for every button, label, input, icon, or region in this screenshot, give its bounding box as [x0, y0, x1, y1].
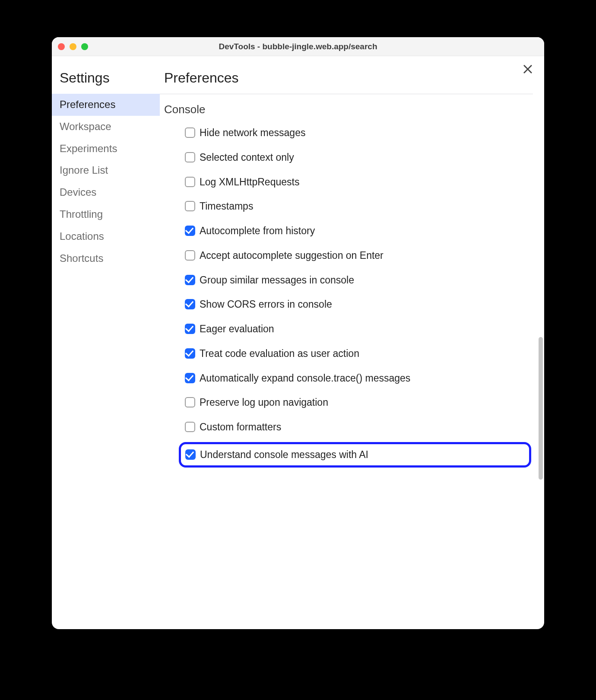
sidebar-item-workspace[interactable]: Workspace: [52, 116, 160, 138]
checkbox-autocomplete-from-history[interactable]: [185, 226, 195, 236]
option-row: Group similar messages in console: [185, 268, 529, 293]
checkbox-timestamps[interactable]: [185, 201, 195, 211]
option-row: Preserve log upon navigation: [185, 390, 529, 415]
checkbox-automatically-expand-console-trace-messages[interactable]: [185, 373, 195, 383]
option-label[interactable]: Preserve log upon navigation: [200, 396, 529, 409]
traffic-lights: [58, 43, 88, 50]
checkbox-custom-formatters[interactable]: [185, 422, 195, 432]
scrollbar-thumb[interactable]: [539, 337, 543, 480]
option-row: Autocomplete from history: [185, 219, 529, 243]
checkbox-accept-autocomplete-suggestion-on-enter[interactable]: [185, 250, 195, 261]
option-label[interactable]: Group similar messages in console: [200, 274, 529, 286]
option-row: Automatically expand console.trace() mes…: [185, 366, 529, 391]
page-title: Preferences: [160, 67, 533, 94]
checkbox-eager-evaluation[interactable]: [185, 324, 195, 334]
option-row: Log XMLHttpRequests: [185, 170, 529, 194]
settings-body: Settings PreferencesWorkspaceExperiments…: [52, 56, 544, 629]
option-label[interactable]: Selected context only: [200, 151, 529, 164]
checkbox-understand-console-messages-with-ai[interactable]: [185, 449, 196, 460]
section-header: Console: [160, 103, 533, 121]
sidebar-item-devices[interactable]: Devices: [52, 181, 160, 204]
option-label[interactable]: Hide network messages: [200, 127, 529, 139]
sidebar-item-experiments[interactable]: Experiments: [52, 138, 160, 160]
option-row: Timestamps: [185, 194, 529, 219]
checkbox-group-similar-messages-in-console[interactable]: [185, 275, 195, 285]
option-label[interactable]: Automatically expand console.trace() mes…: [200, 372, 529, 385]
sidebar-item-throttling[interactable]: Throttling: [52, 204, 160, 226]
settings-sidebar: Settings PreferencesWorkspaceExperiments…: [52, 56, 160, 629]
sidebar-item-ignore-list[interactable]: Ignore List: [52, 159, 160, 181]
settings-main: Preferences Console Hide network message…: [160, 56, 544, 629]
option-row: Accept autocomplete suggestion on Enter: [185, 243, 529, 268]
window-title: DevTools - bubble-jingle.web.app/search: [52, 42, 544, 51]
highlighted-option: Understand console messages with AI: [179, 442, 531, 468]
checkbox-treat-code-evaluation-as-user-action[interactable]: [185, 348, 195, 359]
checkbox-preserve-log-upon-navigation[interactable]: [185, 397, 195, 407]
options-list: Hide network messagesSelected context on…: [160, 121, 533, 468]
option-label[interactable]: Log XMLHttpRequests: [200, 176, 529, 188]
option-row: Custom formatters: [185, 415, 529, 439]
divider: [160, 94, 533, 94]
option-label[interactable]: Eager evaluation: [200, 323, 529, 335]
window-close-button[interactable]: [58, 43, 65, 50]
option-label[interactable]: Custom formatters: [200, 421, 529, 433]
option-label[interactable]: Treat code evaluation as user action: [200, 347, 529, 360]
sidebar-item-preferences[interactable]: Preferences: [52, 94, 160, 116]
window-titlebar: DevTools - bubble-jingle.web.app/search: [52, 37, 544, 56]
devtools-window: DevTools - bubble-jingle.web.app/search …: [52, 37, 544, 629]
option-row: Eager evaluation: [185, 317, 529, 341]
option-label[interactable]: Accept autocomplete suggestion on Enter: [200, 249, 529, 262]
option-label[interactable]: Show CORS errors in console: [200, 298, 529, 311]
sidebar-item-locations[interactable]: Locations: [52, 226, 160, 248]
option-label[interactable]: Autocomplete from history: [200, 225, 529, 237]
option-label[interactable]: Understand console messages with AI: [200, 449, 522, 461]
window-maximize-button[interactable]: [81, 43, 88, 50]
checkbox-selected-context-only[interactable]: [185, 152, 195, 162]
sidebar-item-shortcuts[interactable]: Shortcuts: [52, 248, 160, 270]
checkbox-log-xmlhttprequests[interactable]: [185, 177, 195, 187]
window-minimize-button[interactable]: [70, 43, 76, 50]
option-row: Treat code evaluation as user action: [185, 341, 529, 366]
option-row: Selected context only: [185, 145, 529, 170]
sidebar-title: Settings: [52, 67, 160, 94]
checkbox-show-cors-errors-in-console[interactable]: [185, 299, 195, 309]
option-row: Hide network messages: [185, 121, 529, 145]
option-label[interactable]: Timestamps: [200, 200, 529, 213]
option-row: Show CORS errors in console: [185, 292, 529, 317]
checkbox-hide-network-messages[interactable]: [185, 127, 195, 138]
